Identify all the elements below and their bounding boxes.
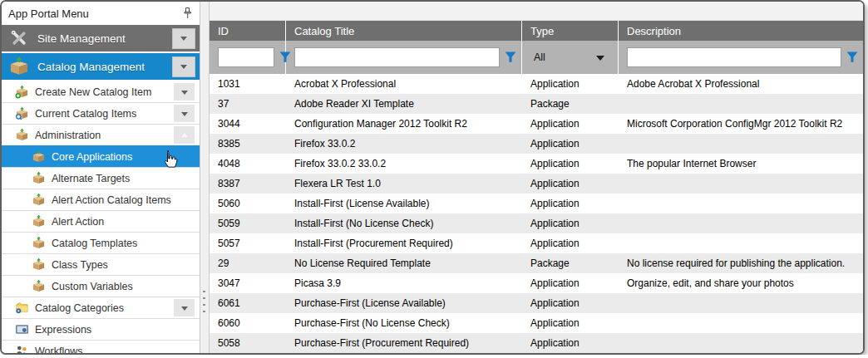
sidebar-header: App Portal Menu	[2, 2, 200, 25]
cell-description	[619, 313, 863, 333]
sidebar-item-current-catalog-items[interactable]: Current Catalog Items	[2, 102, 200, 124]
sidebar-item-alert-action-catalog-items[interactable]: Alert Action Catalog Items	[2, 189, 200, 210]
type-filter-cell: All	[522, 41, 619, 74]
chevron-down-icon[interactable]	[174, 83, 195, 101]
cell-title: Install-First (License Available)	[286, 194, 522, 213]
title-filter-input[interactable]	[294, 47, 500, 67]
cell-title: Acrobat X Professional	[286, 74, 522, 94]
tools-icon	[8, 27, 30, 49]
folder-gear-icon	[15, 301, 29, 315]
chevron-down-icon[interactable]	[174, 299, 195, 316]
table-row[interactable]: 8385Firefox 33.0.2Application	[210, 134, 863, 154]
splitter-grip-icon	[203, 291, 205, 317]
sidebar-group-label: Site Management	[37, 32, 172, 45]
cell-description	[619, 194, 863, 213]
sidebar-item-alternate-targets[interactable]: Alternate Targets	[2, 167, 200, 189]
cell-type: Application	[522, 154, 619, 174]
table-row[interactable]: 4048Firefox 33.0.2 33.0.2ApplicationThe …	[210, 154, 863, 174]
cell-description: The popular Internet Browser	[619, 154, 863, 174]
sidebar-item-workflows[interactable]: Workflows	[2, 340, 200, 355]
table-row[interactable]: 3044Configuration Manager 2012 Toolkit R…	[210, 114, 863, 134]
filter-icon[interactable]	[846, 51, 858, 63]
table-row[interactable]: 6060Purchase-First (No License Check)App…	[210, 313, 863, 333]
table-row[interactable]: 5057Install-First (Procurement Required)…	[210, 233, 863, 253]
sidebar-item-catalog-categories[interactable]: Catalog Categories	[2, 297, 200, 318]
sidebar-item-class-types[interactable]: Class Types	[2, 253, 200, 275]
cell-type: Application	[522, 134, 619, 154]
sidebar-item-list: Create New Catalog Item Current Catalog …	[2, 81, 200, 355]
sidebar-item-label: Class Types	[52, 259, 195, 271]
sidebar: App Portal Menu Site Management	[2, 2, 200, 353]
table-row[interactable]: 8387Flexera LR Test 1.0Application	[210, 174, 863, 194]
cell-title: Firefox 33.0.2	[286, 134, 522, 154]
package-icon	[32, 236, 46, 250]
table-row[interactable]: 29No License Required TemplatePackageNo …	[210, 253, 863, 273]
package-icon	[32, 171, 46, 185]
table-row[interactable]: 6061Purchase-First (License Available)Ap…	[210, 293, 863, 313]
chevron-down-icon[interactable]	[174, 105, 195, 122]
type-filter-value: All	[534, 51, 596, 63]
cell-id: 8385	[210, 134, 286, 154]
sidebar-item-label: Administration	[35, 130, 174, 141]
app-window: App Portal Menu Site Management	[0, 0, 865, 355]
sidebar-item-label: Alert Action	[52, 216, 195, 228]
cell-id: 5059	[210, 213, 286, 233]
sidebar-item-administration[interactable]: Administration	[2, 124, 200, 145]
table-row[interactable]: 5058Purchase-First (Procurement Required…	[210, 333, 863, 353]
cell-id: 5057	[210, 233, 286, 253]
cell-type: Application	[522, 293, 619, 313]
package-search-icon	[15, 106, 29, 120]
chevron-down-icon	[596, 56, 604, 65]
package-icon	[32, 214, 46, 228]
cell-type: Application	[522, 313, 619, 333]
column-header-type[interactable]: Type	[522, 21, 619, 41]
table-row[interactable]: 5060Install-First (License Available)App…	[210, 194, 863, 213]
cell-title: Adobe Reader XI Template	[286, 94, 522, 114]
sidebar-group-site-management[interactable]: Site Management	[2, 25, 200, 51]
cell-description: Organize, edit, and share your photos	[619, 273, 863, 293]
chevron-up-icon[interactable]	[174, 126, 195, 144]
sidebar-item-custom-variables[interactable]: Custom Variables	[2, 275, 200, 297]
package-icon	[32, 193, 46, 207]
package-icon	[8, 56, 30, 77]
cell-type: Application	[522, 114, 619, 134]
cell-id: 8387	[210, 174, 286, 194]
pin-icon[interactable]	[181, 7, 193, 20]
table-row[interactable]: 1031Acrobat X ProfessionalApplicationAdo…	[210, 74, 863, 94]
sidebar-item-expressions[interactable]: Expressions	[2, 318, 200, 340]
table-row[interactable]: 5059Install-First (No License Check)Appl…	[210, 213, 863, 233]
sidebar-splitter[interactable]	[200, 2, 210, 353]
cell-id: 3047	[210, 273, 286, 293]
chevron-down-icon[interactable]	[172, 56, 195, 77]
column-header-description[interactable]: Description	[619, 21, 863, 41]
sidebar-group-catalog-management[interactable]: Catalog Management	[2, 53, 200, 80]
cell-title: Purchase-First (License Available)	[286, 293, 522, 313]
sidebar-item-alert-action[interactable]: Alert Action	[2, 210, 200, 232]
sidebar-item-label: Workflows	[35, 346, 195, 356]
chevron-down-icon[interactable]	[172, 28, 195, 49]
sidebar-item-core-applications[interactable]: Core Applications	[2, 145, 200, 167]
cell-id: 1031	[210, 74, 286, 94]
catalog-table-panel: ID Catalog Title Type Description All	[210, 2, 863, 353]
sidebar-item-catalog-templates[interactable]: Catalog Templates	[2, 232, 200, 253]
sidebar-group-label: Catalog Management	[37, 61, 172, 73]
type-filter-select[interactable]: All	[530, 51, 613, 65]
cell-id: 29	[210, 253, 286, 273]
cell-title: Flexera LR Test 1.0	[286, 174, 522, 194]
filter-icon[interactable]	[505, 51, 516, 63]
sidebar-item-create-new-catalog-item[interactable]: Create New Catalog Item	[2, 81, 200, 102]
cell-type: Package	[522, 94, 619, 114]
id-filter-input[interactable]	[218, 47, 274, 67]
cell-id: 3044	[210, 114, 286, 134]
cell-type: Application	[522, 74, 619, 94]
description-filter-cell	[619, 41, 863, 74]
cell-description: Adobe Acrobat X Professional	[619, 74, 863, 94]
table-row[interactable]: 37Adobe Reader XI TemplatePackage	[210, 94, 863, 114]
column-header-id[interactable]: ID	[210, 21, 286, 41]
table-row[interactable]: 3047Picasa 3.9ApplicationOrganize, edit,…	[210, 273, 863, 293]
sidebar-item-label: Expressions	[35, 324, 195, 336]
description-filter-input[interactable]	[627, 47, 841, 67]
screen-icon	[15, 322, 29, 336]
cell-description	[619, 213, 863, 233]
column-header-catalog-title[interactable]: Catalog Title	[286, 21, 522, 41]
